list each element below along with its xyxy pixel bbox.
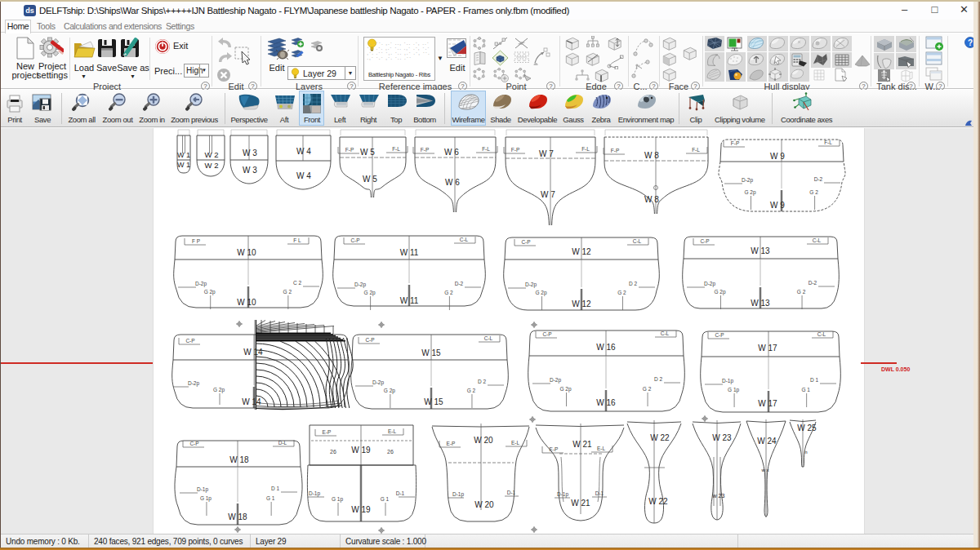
- svg-text:D-1: D-1: [396, 490, 405, 496]
- svg-text:W 6: W 6: [444, 148, 459, 157]
- svg-text:D-2: D-2: [455, 281, 464, 286]
- svg-text:C-L: C-L: [817, 331, 826, 337]
- svg-text:W 25: W 25: [797, 424, 817, 432]
- svg-text:W 5: W 5: [360, 148, 375, 157]
- svg-text:F-P: F-P: [421, 147, 429, 153]
- svg-text:G 2p: G 2p: [364, 290, 376, 296]
- svg-text:W 3: W 3: [243, 166, 257, 175]
- svg-text:F-P: F-P: [731, 140, 739, 146]
- svg-text:G 1p: G 1p: [332, 496, 343, 503]
- svg-text:W 18: W 18: [229, 455, 249, 464]
- svg-text:W 13: W 13: [751, 299, 770, 308]
- svg-text:W 7: W 7: [541, 190, 555, 199]
- svg-text:W 5: W 5: [363, 175, 377, 184]
- svg-text:W 8: W 8: [644, 151, 659, 160]
- svg-text:W 20: W 20: [474, 500, 494, 509]
- svg-text:W 13: W 13: [751, 246, 770, 255]
- svg-text:D 1: D 1: [271, 486, 280, 491]
- svg-text:W 4: W 4: [296, 147, 311, 156]
- svg-text:D-1: D-1: [595, 490, 604, 496]
- svg-text:G 2p: G 2p: [744, 189, 755, 196]
- svg-text:W 17: W 17: [758, 399, 777, 408]
- svg-text:W 12: W 12: [572, 247, 591, 256]
- svg-text:E-L: E-L: [511, 440, 520, 446]
- svg-text:W 4: W 4: [296, 171, 311, 180]
- svg-text:W 6: W 6: [445, 178, 460, 187]
- svg-text:G 2p: G 2p: [559, 386, 571, 393]
- svg-text:W 18: W 18: [228, 512, 247, 521]
- svg-text:D-2p: D-2p: [742, 177, 753, 184]
- svg-text:G 1: G 1: [801, 387, 810, 393]
- svg-text:W 2: W 2: [205, 161, 219, 170]
- svg-text:G 2: G 2: [809, 189, 818, 195]
- svg-text:F-L: F-L: [581, 146, 590, 152]
- svg-text:F-L: F-L: [692, 147, 700, 153]
- svg-text:C-P: C-P: [365, 337, 374, 343]
- svg-text:D-1p: D-1p: [557, 491, 568, 498]
- svg-text:D-2p: D-2p: [372, 379, 384, 386]
- svg-text:F-L: F-L: [824, 140, 832, 145]
- svg-text:w x: w x: [761, 468, 769, 472]
- svg-text:E-L: E-L: [388, 428, 397, 434]
- svg-text:F L: F L: [293, 237, 301, 243]
- svg-text:26: 26: [387, 449, 394, 455]
- svg-text:F-P: F-P: [611, 148, 619, 153]
- svg-text:D 1: D 1: [810, 377, 819, 383]
- svg-text:D-2p: D-2p: [704, 281, 715, 287]
- svg-text:C-P: C-P: [700, 238, 709, 244]
- svg-text:F P: F P: [192, 238, 200, 244]
- svg-text:D-1p: D-1p: [309, 490, 320, 497]
- svg-text:G 2: G 2: [617, 290, 626, 295]
- svg-text:W 23: W 23: [712, 433, 732, 442]
- svg-text:W 9: W 9: [770, 152, 785, 161]
- svg-text:W 22: W 22: [648, 497, 668, 506]
- svg-text:C-L: C-L: [661, 330, 670, 336]
- svg-text:D-2: D-2: [814, 176, 823, 182]
- svg-text:G 2p: G 2p: [384, 388, 395, 394]
- svg-text:W 16: W 16: [596, 343, 616, 352]
- svg-text:W 1: W 1: [177, 151, 190, 159]
- svg-text:W 24: W 24: [757, 437, 777, 446]
- svg-text:F-L: F-L: [482, 146, 490, 152]
- svg-text:D 2: D 2: [654, 376, 663, 382]
- svg-text:D-1p: D-1p: [722, 378, 733, 384]
- svg-text:26: 26: [330, 449, 336, 455]
- svg-text:W 10: W 10: [237, 248, 256, 257]
- svg-text:C-L: C-L: [633, 238, 642, 244]
- svg-text:C-P: C-P: [542, 331, 551, 337]
- svg-text:C 2: C 2: [293, 280, 302, 286]
- svg-text:W 14: W 14: [243, 348, 263, 357]
- svg-text:C-L: C-L: [484, 335, 493, 341]
- svg-text:G 1: G 1: [266, 495, 275, 501]
- svg-text:D-1: D-1: [507, 490, 516, 495]
- svg-text:C-L: C-L: [813, 237, 822, 243]
- svg-text:G 1: G 1: [381, 496, 390, 502]
- svg-text:D-2p: D-2p: [525, 282, 537, 288]
- svg-text:C-P: C-P: [715, 332, 724, 338]
- svg-text:D-1p: D-1p: [452, 491, 464, 498]
- svg-text:W 2: W 2: [205, 150, 219, 159]
- svg-text:W 3: W 3: [243, 149, 257, 157]
- svg-text:C-P: C-P: [350, 237, 359, 243]
- svg-text:W 1: W 1: [177, 161, 190, 169]
- svg-text:C-P: C-P: [185, 338, 194, 344]
- svg-text:D-1p: D-1p: [197, 486, 208, 493]
- svg-text:?: ?: [968, 38, 973, 47]
- svg-text:W 15: W 15: [424, 397, 443, 406]
- svg-text:W 19: W 19: [351, 505, 371, 514]
- svg-text:G 2: G 2: [797, 289, 806, 295]
- svg-text:w 23: w 23: [712, 493, 725, 499]
- svg-text:W 11: W 11: [400, 296, 419, 305]
- svg-text:W 21: W 21: [571, 499, 590, 508]
- svg-text:W 17: W 17: [758, 344, 777, 353]
- svg-text:C-P: C-P: [521, 239, 530, 245]
- svg-text:W 22: W 22: [650, 433, 670, 442]
- svg-text:E-P: E-P: [550, 446, 559, 452]
- svg-text:F-P: F-P: [511, 147, 519, 153]
- svg-text:G 2: G 2: [283, 289, 292, 295]
- svg-text:D-L: D-L: [278, 440, 287, 446]
- svg-text:D 2: D 2: [478, 379, 487, 384]
- svg-text:W 20: W 20: [474, 436, 493, 445]
- svg-text:G 2p: G 2p: [535, 290, 546, 296]
- svg-text:D-2: D-2: [808, 280, 817, 286]
